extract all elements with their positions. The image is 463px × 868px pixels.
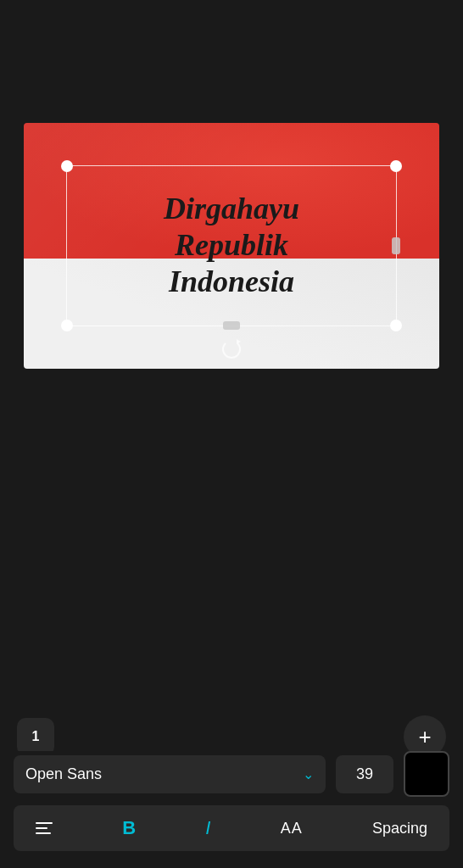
handle-right-side[interactable] <box>392 237 400 254</box>
canvas-area: Dirgahayu Republik Indonesia <box>0 0 463 492</box>
text-toolbar: Open Sans ⌄ 39 B I AA S <box>0 751 463 868</box>
bold-icon: B <box>122 817 136 839</box>
chevron-down-icon: ⌄ <box>303 766 314 782</box>
text-element[interactable]: Dirgahayu Republik Indonesia <box>164 191 299 301</box>
text-size-button[interactable]: AA <box>276 818 308 839</box>
font-size-input[interactable]: 39 <box>336 755 393 793</box>
italic-icon: I <box>205 817 210 839</box>
font-name-label: Open Sans <box>25 765 102 783</box>
image-container[interactable]: Dirgahayu Republik Indonesia <box>24 123 439 369</box>
color-swatch[interactable] <box>404 751 449 797</box>
handle-top-right[interactable] <box>390 160 402 172</box>
font-selector[interactable]: Open Sans ⌄ <box>14 755 326 793</box>
handle-bottom-center[interactable] <box>223 321 240 330</box>
toolbar-row-2: B I AA Spacing <box>14 805 449 851</box>
handle-top-left[interactable] <box>61 160 73 172</box>
italic-button[interactable]: I <box>200 815 215 841</box>
rotate-handle[interactable] <box>221 339 242 359</box>
align-button[interactable] <box>31 821 58 836</box>
text-size-icon: AA <box>281 820 303 837</box>
handle-bottom-right[interactable] <box>390 320 402 331</box>
spacing-button[interactable]: Spacing <box>367 818 432 839</box>
page-indicator[interactable]: 1 <box>17 718 54 755</box>
bold-button[interactable]: B <box>117 815 141 841</box>
spacing-icon: Spacing <box>372 820 427 837</box>
selection-box[interactable]: Dirgahayu Republik Indonesia <box>66 165 397 326</box>
rotate-icon <box>222 340 241 359</box>
handle-bottom-left[interactable] <box>61 320 73 331</box>
toolbar-row-1: Open Sans ⌄ 39 <box>14 751 449 797</box>
align-icon <box>36 822 53 834</box>
